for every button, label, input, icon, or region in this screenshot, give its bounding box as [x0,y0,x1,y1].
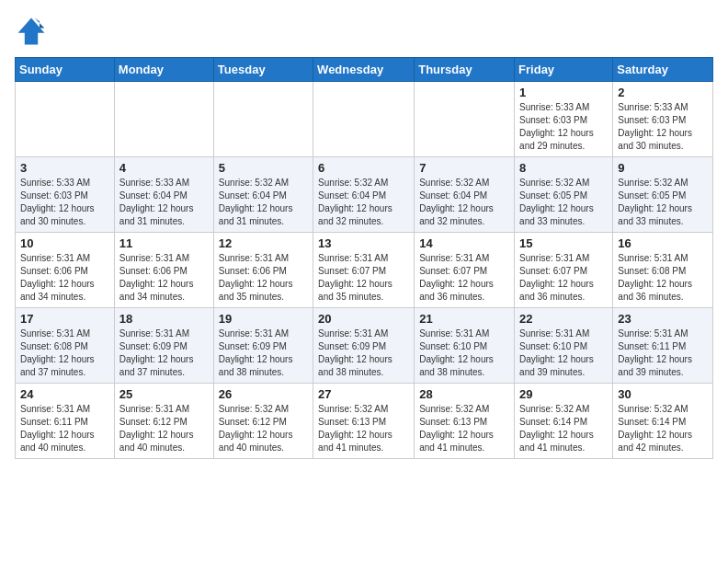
day-number: 15 [519,236,608,250]
day-number: 10 [20,236,109,250]
calendar-day-cell: 16Sunrise: 5:31 AM Sunset: 6:08 PM Dayli… [613,233,713,308]
day-info: Sunrise: 5:32 AM Sunset: 6:05 PM Dayligh… [519,177,608,228]
day-info: Sunrise: 5:31 AM Sunset: 6:12 PM Dayligh… [119,403,209,454]
calendar-day-cell: 26Sunrise: 5:32 AM Sunset: 6:12 PM Dayli… [213,384,313,459]
day-number: 8 [519,161,608,175]
day-info: Sunrise: 5:31 AM Sunset: 6:09 PM Dayligh… [318,327,409,379]
day-number: 26 [219,387,308,401]
weekday-header: Friday [515,58,613,82]
day-number: 12 [219,236,308,250]
day-info: Sunrise: 5:31 AM Sunset: 6:09 PM Dayligh… [119,327,209,379]
day-info: Sunrise: 5:31 AM Sunset: 6:06 PM Dayligh… [219,252,308,304]
calendar-week-row: 1Sunrise: 5:33 AM Sunset: 6:03 PM Daylig… [16,82,713,157]
day-info: Sunrise: 5:31 AM Sunset: 6:11 PM Dayligh… [20,403,109,454]
day-number: 5 [219,161,308,175]
day-number: 21 [419,312,509,326]
day-number: 30 [618,387,708,401]
calendar-day-cell: 6Sunrise: 5:32 AM Sunset: 6:04 PM Daylig… [313,157,415,233]
calendar-table: SundayMondayTuesdayWednesdayThursdayFrid… [15,57,713,459]
day-number: 1 [519,86,608,99]
logo [15,15,51,48]
calendar-day-cell: 19Sunrise: 5:31 AM Sunset: 6:09 PM Dayli… [213,308,313,384]
calendar-week-row: 17Sunrise: 5:31 AM Sunset: 6:08 PM Dayli… [16,308,713,384]
calendar-day-cell: 25Sunrise: 5:31 AM Sunset: 6:12 PM Dayli… [114,384,213,459]
day-number: 17 [20,312,109,326]
calendar-day-cell: 7Sunrise: 5:32 AM Sunset: 6:04 PM Daylig… [415,157,515,233]
day-number: 9 [618,161,708,175]
calendar-day-cell [415,82,515,157]
day-number: 19 [219,312,308,326]
day-number: 18 [119,312,209,326]
calendar-week-row: 24Sunrise: 5:31 AM Sunset: 6:11 PM Dayli… [16,384,713,459]
calendar-day-cell: 17Sunrise: 5:31 AM Sunset: 6:08 PM Dayli… [16,308,115,384]
day-info: Sunrise: 5:31 AM Sunset: 6:11 PM Dayligh… [618,327,708,379]
calendar-day-cell: 29Sunrise: 5:32 AM Sunset: 6:14 PM Dayli… [515,384,613,459]
day-info: Sunrise: 5:33 AM Sunset: 6:03 PM Dayligh… [618,101,708,153]
calendar-day-cell: 18Sunrise: 5:31 AM Sunset: 6:09 PM Dayli… [114,308,213,384]
day-number: 13 [318,236,409,250]
calendar-day-cell: 13Sunrise: 5:31 AM Sunset: 6:07 PM Dayli… [313,233,415,308]
calendar-week-row: 10Sunrise: 5:31 AM Sunset: 6:06 PM Dayli… [16,233,713,308]
day-info: Sunrise: 5:31 AM Sunset: 6:07 PM Dayligh… [419,252,509,304]
calendar-day-cell: 22Sunrise: 5:31 AM Sunset: 6:10 PM Dayli… [515,308,613,384]
day-number: 24 [20,387,109,401]
calendar-day-cell: 28Sunrise: 5:32 AM Sunset: 6:13 PM Dayli… [415,384,515,459]
calendar-day-cell: 4Sunrise: 5:33 AM Sunset: 6:04 PM Daylig… [114,157,213,233]
calendar-day-cell [114,82,213,157]
weekday-header: Thursday [415,58,515,82]
day-number: 14 [419,236,509,250]
day-info: Sunrise: 5:31 AM Sunset: 6:08 PM Dayligh… [20,327,109,379]
day-info: Sunrise: 5:32 AM Sunset: 6:04 PM Dayligh… [219,177,308,228]
day-info: Sunrise: 5:32 AM Sunset: 6:13 PM Dayligh… [419,403,509,454]
calendar-day-cell: 24Sunrise: 5:31 AM Sunset: 6:11 PM Dayli… [16,384,115,459]
calendar-day-cell: 27Sunrise: 5:32 AM Sunset: 6:13 PM Dayli… [313,384,415,459]
day-number: 23 [618,312,708,326]
calendar-day-cell: 20Sunrise: 5:31 AM Sunset: 6:09 PM Dayli… [313,308,415,384]
calendar-day-cell [16,82,115,157]
day-number: 2 [618,86,708,99]
day-info: Sunrise: 5:32 AM Sunset: 6:14 PM Dayligh… [519,403,608,454]
day-number: 7 [419,161,509,175]
day-number: 11 [119,236,209,250]
day-number: 4 [119,161,209,175]
day-info: Sunrise: 5:32 AM Sunset: 6:04 PM Dayligh… [419,177,509,228]
day-info: Sunrise: 5:31 AM Sunset: 6:10 PM Dayligh… [519,327,608,379]
calendar-day-cell: 21Sunrise: 5:31 AM Sunset: 6:10 PM Dayli… [415,308,515,384]
day-info: Sunrise: 5:33 AM Sunset: 6:04 PM Dayligh… [119,177,209,228]
calendar-header-row: SundayMondayTuesdayWednesdayThursdayFrid… [16,58,713,82]
weekday-header: Monday [114,58,213,82]
calendar-day-cell [313,82,415,157]
weekday-header: Saturday [613,58,713,82]
day-info: Sunrise: 5:31 AM Sunset: 6:06 PM Dayligh… [119,252,209,304]
calendar-day-cell [213,82,313,157]
day-info: Sunrise: 5:31 AM Sunset: 6:07 PM Dayligh… [318,252,409,304]
svg-marker-0 [18,18,45,45]
day-number: 28 [419,387,509,401]
day-number: 20 [318,312,409,326]
page-header [15,15,713,48]
day-info: Sunrise: 5:32 AM Sunset: 6:05 PM Dayligh… [618,177,708,228]
day-number: 29 [519,387,608,401]
day-info: Sunrise: 5:32 AM Sunset: 6:14 PM Dayligh… [618,403,708,454]
calendar-day-cell: 5Sunrise: 5:32 AM Sunset: 6:04 PM Daylig… [213,157,313,233]
day-number: 27 [318,387,409,401]
calendar-day-cell: 12Sunrise: 5:31 AM Sunset: 6:06 PM Dayli… [213,233,313,308]
day-number: 6 [318,161,409,175]
day-info: Sunrise: 5:31 AM Sunset: 6:10 PM Dayligh… [419,327,509,379]
day-info: Sunrise: 5:33 AM Sunset: 6:03 PM Dayligh… [20,177,109,228]
day-info: Sunrise: 5:31 AM Sunset: 6:07 PM Dayligh… [519,252,608,304]
calendar-day-cell: 11Sunrise: 5:31 AM Sunset: 6:06 PM Dayli… [114,233,213,308]
day-info: Sunrise: 5:31 AM Sunset: 6:08 PM Dayligh… [618,252,708,304]
calendar-day-cell: 23Sunrise: 5:31 AM Sunset: 6:11 PM Dayli… [613,308,713,384]
day-info: Sunrise: 5:33 AM Sunset: 6:03 PM Dayligh… [519,101,608,153]
day-number: 3 [20,161,109,175]
day-number: 25 [119,387,209,401]
calendar-day-cell: 10Sunrise: 5:31 AM Sunset: 6:06 PM Dayli… [16,233,115,308]
day-info: Sunrise: 5:32 AM Sunset: 6:13 PM Dayligh… [318,403,409,454]
calendar-week-row: 3Sunrise: 5:33 AM Sunset: 6:03 PM Daylig… [16,157,713,233]
weekday-header: Wednesday [313,58,415,82]
day-info: Sunrise: 5:31 AM Sunset: 6:09 PM Dayligh… [219,327,308,379]
calendar-body: 1Sunrise: 5:33 AM Sunset: 6:03 PM Daylig… [16,82,713,459]
calendar-day-cell: 30Sunrise: 5:32 AM Sunset: 6:14 PM Dayli… [613,384,713,459]
calendar-day-cell: 1Sunrise: 5:33 AM Sunset: 6:03 PM Daylig… [515,82,613,157]
